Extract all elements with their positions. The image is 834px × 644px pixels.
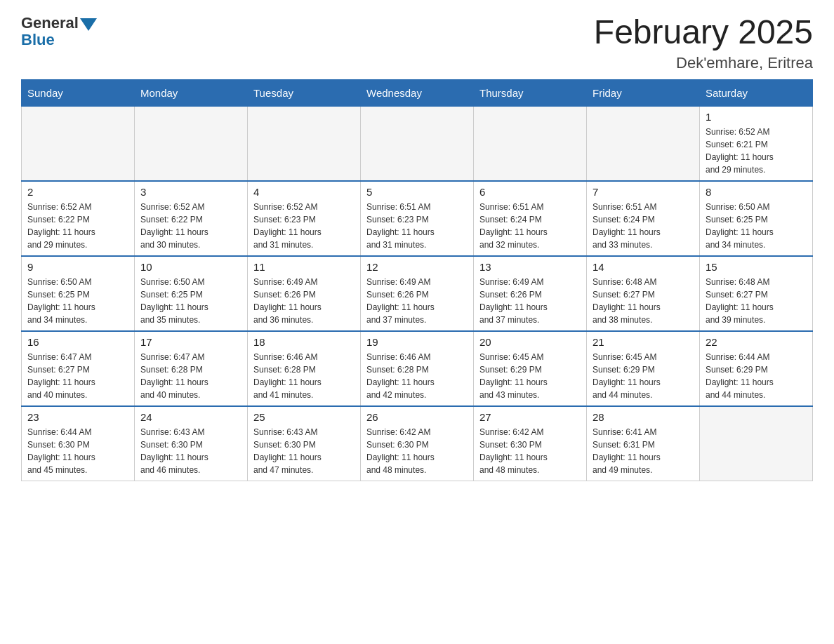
day-info: Sunrise: 6:46 AM Sunset: 6:28 PM Dayligh… <box>366 351 468 401</box>
month-title: February 2025 <box>594 14 813 51</box>
day-info: Sunrise: 6:44 AM Sunset: 6:29 PM Dayligh… <box>706 351 807 401</box>
calendar-cell <box>587 106 700 181</box>
day-info: Sunrise: 6:51 AM Sunset: 6:24 PM Dayligh… <box>479 201 581 251</box>
day-info: Sunrise: 6:50 AM Sunset: 6:25 PM Dayligh… <box>706 201 807 251</box>
calendar-cell: 5Sunrise: 6:51 AM Sunset: 6:23 PM Daylig… <box>361 181 474 256</box>
calendar-cell <box>700 406 813 481</box>
calendar-week-3: 9Sunrise: 6:50 AM Sunset: 6:25 PM Daylig… <box>22 256 813 331</box>
logo-general-text: General <box>21 14 79 32</box>
day-header-saturday: Saturday <box>700 79 813 106</box>
day-info: Sunrise: 6:52 AM Sunset: 6:22 PM Dayligh… <box>140 201 241 251</box>
day-number: 26 <box>366 411 468 423</box>
day-number: 5 <box>366 186 468 198</box>
day-number: 3 <box>140 186 241 198</box>
day-header-sunday: Sunday <box>22 79 135 106</box>
day-info: Sunrise: 6:47 AM Sunset: 6:27 PM Dayligh… <box>27 351 128 401</box>
calendar-cell: 9Sunrise: 6:50 AM Sunset: 6:25 PM Daylig… <box>22 256 135 331</box>
day-info: Sunrise: 6:50 AM Sunset: 6:25 PM Dayligh… <box>27 276 128 326</box>
day-info: Sunrise: 6:49 AM Sunset: 6:26 PM Dayligh… <box>479 276 581 326</box>
day-number: 16 <box>27 336 128 348</box>
calendar-cell: 21Sunrise: 6:45 AM Sunset: 6:29 PM Dayli… <box>587 331 700 406</box>
day-info: Sunrise: 6:48 AM Sunset: 6:27 PM Dayligh… <box>706 276 807 326</box>
day-number: 11 <box>253 261 355 273</box>
calendar-week-1: 1Sunrise: 6:52 AM Sunset: 6:21 PM Daylig… <box>22 106 813 181</box>
day-info: Sunrise: 6:45 AM Sunset: 6:29 PM Dayligh… <box>479 351 581 401</box>
day-number: 28 <box>593 411 694 423</box>
calendar-cell: 28Sunrise: 6:41 AM Sunset: 6:31 PM Dayli… <box>587 406 700 481</box>
day-number: 1 <box>706 111 807 123</box>
calendar-cell: 16Sunrise: 6:47 AM Sunset: 6:27 PM Dayli… <box>22 331 135 406</box>
calendar-cell: 4Sunrise: 6:52 AM Sunset: 6:23 PM Daylig… <box>248 181 361 256</box>
day-number: 8 <box>706 186 807 198</box>
calendar-cell <box>22 106 135 181</box>
calendar-cell: 23Sunrise: 6:44 AM Sunset: 6:30 PM Dayli… <box>22 406 135 481</box>
logo-arrow-icon <box>80 18 97 31</box>
calendar-cell: 24Sunrise: 6:43 AM Sunset: 6:30 PM Dayli… <box>135 406 248 481</box>
day-info: Sunrise: 6:52 AM Sunset: 6:21 PM Dayligh… <box>706 126 807 176</box>
day-number: 25 <box>253 411 355 423</box>
day-number: 2 <box>27 186 128 198</box>
day-info: Sunrise: 6:52 AM Sunset: 6:23 PM Dayligh… <box>253 201 355 251</box>
calendar-week-4: 16Sunrise: 6:47 AM Sunset: 6:27 PM Dayli… <box>22 331 813 406</box>
calendar-cell: 13Sunrise: 6:49 AM Sunset: 6:26 PM Dayli… <box>474 256 587 331</box>
day-info: Sunrise: 6:52 AM Sunset: 6:22 PM Dayligh… <box>27 201 128 251</box>
day-info: Sunrise: 6:51 AM Sunset: 6:24 PM Dayligh… <box>593 201 694 251</box>
day-info: Sunrise: 6:47 AM Sunset: 6:28 PM Dayligh… <box>140 351 241 401</box>
calendar-cell <box>474 106 587 181</box>
day-number: 12 <box>366 261 468 273</box>
day-info: Sunrise: 6:46 AM Sunset: 6:28 PM Dayligh… <box>253 351 355 401</box>
logo: General Blue <box>21 14 97 49</box>
day-number: 6 <box>479 186 581 198</box>
day-number: 14 <box>593 261 694 273</box>
calendar-cell: 11Sunrise: 6:49 AM Sunset: 6:26 PM Dayli… <box>248 256 361 331</box>
day-info: Sunrise: 6:51 AM Sunset: 6:23 PM Dayligh… <box>366 201 468 251</box>
page-header: General Blue February 2025 Dek'emhare, E… <box>21 14 813 72</box>
calendar-cell: 14Sunrise: 6:48 AM Sunset: 6:27 PM Dayli… <box>587 256 700 331</box>
day-number: 13 <box>479 261 581 273</box>
day-header-thursday: Thursday <box>474 79 587 106</box>
day-number: 19 <box>366 336 468 348</box>
title-section: February 2025 Dek'emhare, Eritrea <box>594 14 813 72</box>
day-number: 24 <box>140 411 241 423</box>
calendar-cell: 1Sunrise: 6:52 AM Sunset: 6:21 PM Daylig… <box>700 106 813 181</box>
calendar-cell: 22Sunrise: 6:44 AM Sunset: 6:29 PM Dayli… <box>700 331 813 406</box>
day-info: Sunrise: 6:48 AM Sunset: 6:27 PM Dayligh… <box>593 276 694 326</box>
calendar-table: SundayMondayTuesdayWednesdayThursdayFrid… <box>21 79 813 481</box>
day-info: Sunrise: 6:41 AM Sunset: 6:31 PM Dayligh… <box>593 426 694 476</box>
day-number: 7 <box>593 186 694 198</box>
day-info: Sunrise: 6:49 AM Sunset: 6:26 PM Dayligh… <box>253 276 355 326</box>
day-number: 10 <box>140 261 241 273</box>
calendar-cell: 8Sunrise: 6:50 AM Sunset: 6:25 PM Daylig… <box>700 181 813 256</box>
calendar-week-2: 2Sunrise: 6:52 AM Sunset: 6:22 PM Daylig… <box>22 181 813 256</box>
day-number: 20 <box>479 336 581 348</box>
calendar-week-5: 23Sunrise: 6:44 AM Sunset: 6:30 PM Dayli… <box>22 406 813 481</box>
calendar-cell: 12Sunrise: 6:49 AM Sunset: 6:26 PM Dayli… <box>361 256 474 331</box>
calendar-cell: 27Sunrise: 6:42 AM Sunset: 6:30 PM Dayli… <box>474 406 587 481</box>
calendar-cell <box>361 106 474 181</box>
day-info: Sunrise: 6:43 AM Sunset: 6:30 PM Dayligh… <box>140 426 241 476</box>
calendar-cell: 2Sunrise: 6:52 AM Sunset: 6:22 PM Daylig… <box>22 181 135 256</box>
calendar-cell: 20Sunrise: 6:45 AM Sunset: 6:29 PM Dayli… <box>474 331 587 406</box>
calendar-cell: 6Sunrise: 6:51 AM Sunset: 6:24 PM Daylig… <box>474 181 587 256</box>
calendar-cell: 19Sunrise: 6:46 AM Sunset: 6:28 PM Dayli… <box>361 331 474 406</box>
day-info: Sunrise: 6:50 AM Sunset: 6:25 PM Dayligh… <box>140 276 241 326</box>
day-number: 21 <box>593 336 694 348</box>
day-number: 23 <box>27 411 128 423</box>
day-number: 15 <box>706 261 807 273</box>
calendar-header-row: SundayMondayTuesdayWednesdayThursdayFrid… <box>22 79 813 106</box>
day-number: 22 <box>706 336 807 348</box>
calendar-cell: 7Sunrise: 6:51 AM Sunset: 6:24 PM Daylig… <box>587 181 700 256</box>
location: Dek'emhare, Eritrea <box>594 54 813 72</box>
calendar-cell: 18Sunrise: 6:46 AM Sunset: 6:28 PM Dayli… <box>248 331 361 406</box>
calendar-cell: 25Sunrise: 6:43 AM Sunset: 6:30 PM Dayli… <box>248 406 361 481</box>
calendar-cell: 26Sunrise: 6:42 AM Sunset: 6:30 PM Dayli… <box>361 406 474 481</box>
day-info: Sunrise: 6:42 AM Sunset: 6:30 PM Dayligh… <box>366 426 468 476</box>
day-info: Sunrise: 6:43 AM Sunset: 6:30 PM Dayligh… <box>253 426 355 476</box>
day-number: 9 <box>27 261 128 273</box>
day-number: 4 <box>253 186 355 198</box>
calendar-cell: 15Sunrise: 6:48 AM Sunset: 6:27 PM Dayli… <box>700 256 813 331</box>
calendar-cell: 3Sunrise: 6:52 AM Sunset: 6:22 PM Daylig… <box>135 181 248 256</box>
day-header-tuesday: Tuesday <box>248 79 361 106</box>
day-header-friday: Friday <box>587 79 700 106</box>
day-info: Sunrise: 6:45 AM Sunset: 6:29 PM Dayligh… <box>593 351 694 401</box>
